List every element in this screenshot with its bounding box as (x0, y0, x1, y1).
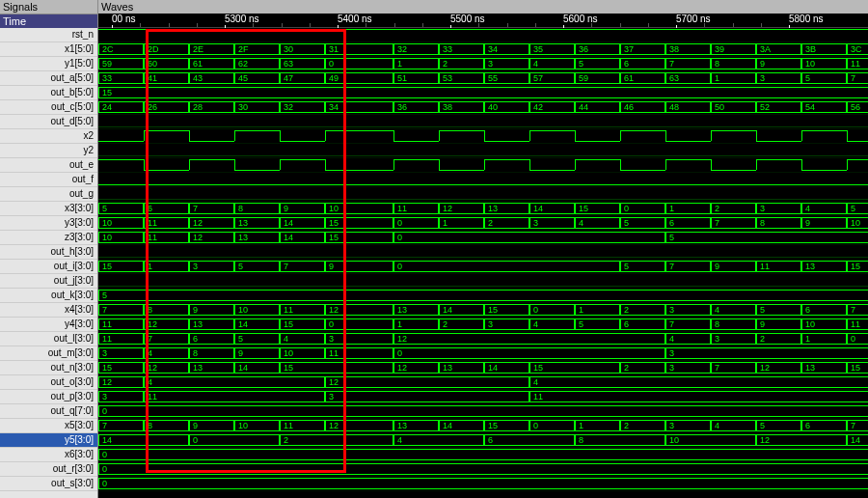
wave-row-y330[interactable]: 101112131415012345678910 (98, 216, 868, 231)
bus-segment: 41 (144, 72, 189, 84)
bus-segment: 1 (575, 304, 620, 316)
signal-row-x150[interactable]: x1[5:0] (0, 42, 97, 57)
signal-row-out_h30[interactable]: out_h[3:0] (0, 245, 97, 260)
wave-row-out_e[interactable] (98, 158, 868, 173)
wave-row-x530[interactable]: 78910111213141501234567 (98, 419, 868, 433)
wave-row-rst_n[interactable] (98, 28, 868, 42)
bus-segment: 12 (756, 362, 801, 374)
signal-row-out_j30[interactable]: out_j[3:0] (0, 274, 97, 289)
bus-segment: 3 (665, 420, 711, 431)
bus-segment: 3 (325, 391, 529, 402)
wave-row-z330[interactable]: 10111213141505 (98, 231, 868, 245)
signal-row-x330[interactable]: x3[3:0] (0, 202, 97, 216)
signal-row-out_o30[interactable]: out_o[3:0] (0, 375, 97, 390)
signal-row-out_d50[interactable]: out_d[5:0] (0, 115, 97, 129)
wave-row-x430[interactable]: 78910111213141501234567 (98, 303, 868, 318)
wave-row-out_s30[interactable]: 0 (98, 477, 868, 491)
bus-segment: 3 (484, 318, 529, 330)
signal-row-out_f[interactable]: out_f (0, 173, 97, 187)
bus-segment: 4 (529, 318, 575, 330)
wave-row-out_o30[interactable]: 124124 (98, 375, 868, 390)
wave-row-out_p30[interactable]: 311311 (98, 390, 868, 404)
signal-row-out_a50[interactable]: out_a[5:0] (0, 71, 97, 86)
wave-row-y150[interactable]: 596061626301234567891011 (98, 57, 868, 71)
wave-row-out_n30[interactable]: 151213141512131415237121315 (98, 361, 868, 375)
signal-row-out_l30[interactable]: out_l[3:0] (0, 332, 97, 346)
bus-segment: 8 (189, 347, 234, 359)
signal-row-y530[interactable]: y5[3:0] (0, 433, 97, 448)
bus-segment: 10 (280, 347, 325, 359)
wave-row-y530[interactable]: 1402468101214 (98, 433, 868, 448)
wave-row-y430[interactable]: 111213141501234567891011 (98, 318, 868, 332)
signal-row-out_p30[interactable]: out_p[3:0] (0, 390, 97, 404)
wave-row-out_q70[interactable]: 0 (98, 404, 868, 419)
bus-segment: 31 (325, 43, 393, 55)
wave-row-out_f[interactable] (98, 173, 868, 187)
bus-segment: 2 (620, 420, 665, 431)
signal-row-out_k30[interactable]: out_k[3:0] (0, 289, 97, 303)
signal-row-out_c50[interactable]: out_c[5:0] (0, 100, 97, 115)
signal-row-y2[interactable]: y2 (0, 144, 97, 158)
bus-segment: 10 (801, 318, 847, 330)
signal-row-out_m30[interactable]: out_m[3:0] (0, 346, 97, 361)
bus-segment: 4 (393, 434, 484, 446)
bus-segment: 3 (98, 391, 144, 402)
signal-row-out_n30[interactable]: out_n[3:0] (0, 361, 97, 375)
time-ruler[interactable]: 00 ns5300 ns5400 ns5500 ns5600 ns5700 ns… (98, 14, 868, 28)
bus-segment: 14 (847, 434, 868, 446)
bus-segment: 10 (801, 58, 847, 69)
wave-rows[interactable]: 2C2D2E2F303132333435363738393A3B3C596061… (98, 28, 868, 491)
bus-segment: 48 (665, 101, 711, 113)
signal-row-x530[interactable]: x5[3:0] (0, 419, 97, 433)
signal-row-out_e[interactable]: out_e (0, 158, 97, 173)
signal-row-out_r30[interactable]: out_r[3:0] (0, 462, 97, 477)
signal-row-x430[interactable]: x4[3:0] (0, 303, 97, 318)
wave-row-out_m30[interactable]: 3489101103 (98, 346, 868, 361)
wave-row-x630[interactable]: 0 (98, 448, 868, 462)
wave-row-y2[interactable] (98, 144, 868, 158)
bus-segment: 4 (711, 304, 756, 316)
bus-segment: 3 (325, 333, 393, 345)
signal-row-x2[interactable]: x2 (0, 129, 97, 144)
wave-row-x2[interactable] (98, 129, 868, 144)
bus-segment: 63 (665, 72, 711, 84)
wave-row-out_b50[interactable]: 15 (98, 86, 868, 100)
signal-row-y330[interactable]: y3[3:0] (0, 216, 97, 231)
signal-row-out_s30[interactable]: out_s[3:0] (0, 477, 97, 491)
bus-segment: 2E (189, 43, 234, 55)
bus-segment: 6 (665, 217, 711, 229)
wave-row-out_j30[interactable] (98, 274, 868, 289)
signal-row-out_i30[interactable]: out_i[3:0] (0, 260, 97, 274)
bus-segment: 14 (234, 318, 280, 330)
bus-segment: 0 (393, 232, 665, 243)
bus-segment: 7 (98, 304, 144, 316)
wave-row-x330[interactable]: 56789101112131415012345 (98, 202, 868, 216)
bus-segment: 3 (711, 333, 756, 345)
wave-row-out_c50[interactable]: 2426283032343638404244464850525456 (98, 100, 868, 115)
signal-row-out_q70[interactable]: out_q[7:0] (0, 404, 97, 419)
signals-header: Signals (0, 0, 97, 14)
waves-panel[interactable]: Waves 00 ns5300 ns5400 ns5500 ns5600 ns5… (98, 0, 868, 498)
ruler-tick: 5400 ns (338, 14, 372, 24)
signal-row-rst_n[interactable]: rst_n (0, 28, 97, 42)
bus-segment: 7 (665, 318, 711, 330)
wave-row-out_d50[interactable] (98, 115, 868, 129)
signal-row-y430[interactable]: y4[3:0] (0, 318, 97, 332)
bus-segment: 62 (234, 58, 280, 69)
wave-row-out_h30[interactable] (98, 245, 868, 260)
wave-row-out_l30[interactable]: 11765431243210 (98, 332, 868, 346)
wave-row-out_r30[interactable]: 0 (98, 462, 868, 477)
wave-row-x150[interactable]: 2C2D2E2F303132333435363738393A3B3C (98, 42, 868, 57)
signal-row-out_g[interactable]: out_g (0, 187, 97, 202)
bus-segment: 8 (756, 217, 801, 229)
wave-row-out_i30[interactable]: 15135790579111315 (98, 260, 868, 274)
signal-row-out_b50[interactable]: out_b[5:0] (0, 86, 97, 100)
signal-list[interactable]: rst_nx1[5:0]y1[5:0]out_a[5:0]out_b[5:0]o… (0, 28, 97, 498)
bus-segment: 5 (847, 203, 868, 214)
signal-row-z330[interactable]: z3[3:0] (0, 231, 97, 245)
signal-row-x630[interactable]: x6[3:0] (0, 448, 97, 462)
signal-row-y150[interactable]: y1[5:0] (0, 57, 97, 71)
wave-row-out_a50[interactable]: 334143454749515355575961631357 (98, 71, 868, 86)
wave-row-out_k30[interactable]: 5 (98, 289, 868, 303)
wave-row-out_g[interactable] (98, 187, 868, 202)
